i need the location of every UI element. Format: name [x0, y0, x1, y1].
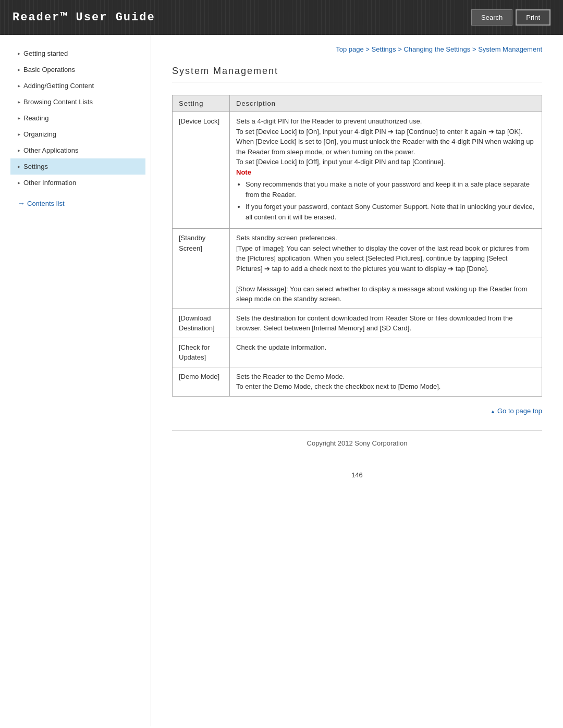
- setting-desc-standby: Sets standby screen preferences. [Type o…: [230, 229, 542, 309]
- table-header-setting: Setting: [173, 95, 230, 112]
- sidebar-item-browsing-content[interactable]: ▸ Browsing Content Lists: [10, 94, 145, 110]
- table-row: [Standby Screen] Sets standby screen pre…: [173, 229, 542, 309]
- list-item: If you forget your password, contact Son…: [246, 202, 535, 222]
- contents-list-link[interactable]: → Contents list: [10, 199, 145, 207]
- table-row: [Device Lock] Sets a 4-digit PIN for the…: [173, 112, 542, 229]
- page-number: 146: [172, 471, 542, 479]
- chevron-right-icon: ▸: [18, 83, 20, 89]
- breadcrumb-changing-settings[interactable]: Changing the Settings: [403, 45, 470, 53]
- table-row: [Check for Updates] Check the update inf…: [173, 338, 542, 367]
- sidebar-item-organizing[interactable]: ▸ Organizing: [10, 126, 145, 142]
- chevron-right-icon: ▸: [18, 131, 20, 137]
- breadcrumb: Top page > Settings > Changing the Setti…: [172, 45, 542, 53]
- header: Reader™ User Guide Search Print: [0, 0, 563, 35]
- chevron-right-icon: ▸: [18, 51, 20, 56]
- setting-desc-check-updates: Check the update information.: [230, 338, 542, 367]
- sidebar-item-other-applications[interactable]: ▸ Other Applications: [10, 142, 145, 158]
- main-content: Top page > Settings > Changing the Setti…: [151, 35, 563, 726]
- setting-label-download: [Download Destination]: [173, 309, 230, 338]
- chevron-right-icon: ▸: [18, 164, 20, 169]
- sidebar-item-basic-operations[interactable]: ▸ Basic Operations: [10, 61, 145, 78]
- sidebar-item-reading[interactable]: ▸ Reading: [10, 110, 145, 126]
- header-buttons: Search Print: [471, 9, 550, 26]
- chevron-right-icon: ▸: [18, 147, 20, 153]
- app-title: Reader™ User Guide: [13, 11, 155, 24]
- setting-label-device-lock: [Device Lock]: [173, 112, 230, 229]
- setting-label-standby: [Standby Screen]: [173, 229, 230, 309]
- search-button[interactable]: Search: [471, 9, 512, 26]
- page-title: System Management: [172, 66, 542, 82]
- chevron-right-icon: ▸: [18, 115, 20, 121]
- setting-label-demo: [Demo Mode]: [173, 367, 230, 396]
- sidebar: ▸ Getting started ▸ Basic Operations ▸ A…: [0, 35, 151, 726]
- breadcrumb-system-management[interactable]: System Management: [478, 45, 542, 53]
- sidebar-item-adding-content[interactable]: ▸ Adding/Getting Content: [10, 78, 145, 94]
- sidebar-item-settings[interactable]: ▸ Settings: [10, 158, 145, 175]
- copyright-text: Copyright 2012 Sony Corporation: [307, 439, 408, 447]
- note-bullets: Sony recommends that you make a note of …: [236, 179, 535, 222]
- setting-desc-download: Sets the destination for content downloa…: [230, 309, 542, 338]
- arrow-right-icon: →: [18, 199, 25, 207]
- sidebar-item-getting-started[interactable]: ▸ Getting started: [10, 45, 145, 61]
- table-header-description: Description: [230, 95, 542, 112]
- chevron-right-icon: ▸: [18, 99, 20, 105]
- table-row: [Download Destination] Sets the destinat…: [173, 309, 542, 338]
- chevron-right-icon: ▸: [18, 180, 20, 186]
- footer: Copyright 2012 Sony Corporation: [172, 430, 542, 455]
- go-to-top-link[interactable]: ▲ Go to page top: [172, 407, 542, 415]
- chevron-right-icon: ▸: [18, 67, 20, 72]
- note-label: Note: [236, 168, 251, 176]
- sidebar-item-other-information[interactable]: ▸ Other Information: [10, 175, 145, 191]
- setting-desc-demo: Sets the Reader to the Demo Mode. To ent…: [230, 367, 542, 396]
- triangle-up-icon: ▲: [490, 409, 495, 414]
- main-layout: ▸ Getting started ▸ Basic Operations ▸ A…: [0, 35, 563, 726]
- setting-desc-device-lock: Sets a 4-digit PIN for the Reader to pre…: [230, 112, 542, 229]
- settings-table: Setting Description [Device Lock] Sets a…: [172, 95, 542, 397]
- table-row: [Demo Mode] Sets the Reader to the Demo …: [173, 367, 542, 396]
- setting-label-check-updates: [Check for Updates]: [173, 338, 230, 367]
- breadcrumb-settings[interactable]: Settings: [372, 45, 396, 53]
- breadcrumb-toppage[interactable]: Top page: [336, 45, 364, 53]
- print-button[interactable]: Print: [516, 9, 550, 26]
- list-item: Sony recommends that you make a note of …: [246, 179, 535, 200]
